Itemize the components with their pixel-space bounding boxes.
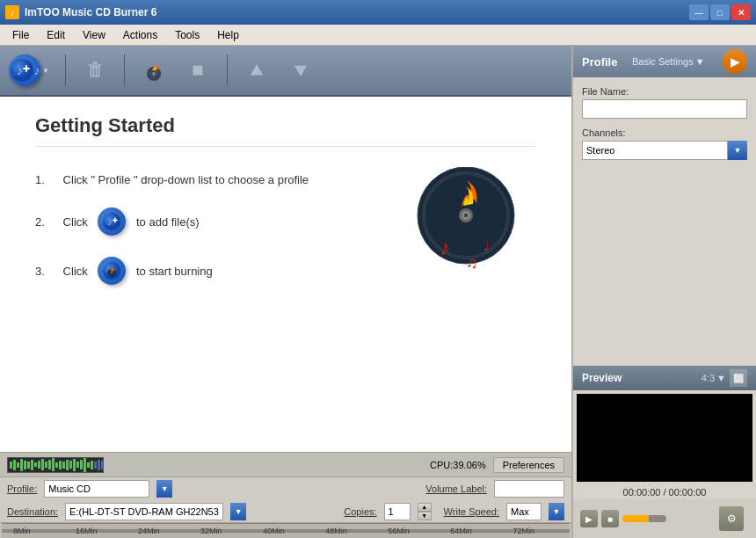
wave-bar-blue	[94, 462, 97, 469]
burn-button[interactable]	[135, 52, 172, 89]
toolbar-sep-1	[65, 55, 66, 86]
step-2-num: 2.	[35, 215, 53, 229]
getting-started-heading: Getting Started	[35, 114, 536, 147]
menu-view[interactable]: View	[74, 27, 114, 43]
maximize-button[interactable]: □	[710, 4, 730, 20]
toolbar: ♪ ▼	[0, 46, 571, 97]
app-title: ImTOO Music CD Burner 6	[25, 6, 156, 18]
timeline-8min: 8Min	[13, 527, 31, 535]
right-panel: Profile Basic Settings ▼ ▶ File Name: Ch…	[571, 46, 756, 538]
write-speed-dropdown-btn[interactable]: ▼	[549, 503, 564, 520]
destination-input[interactable]	[65, 503, 223, 520]
cd-image: ♪ ♫ ♩	[413, 167, 519, 273]
wave-bar-blue	[98, 460, 100, 470]
volume-label: Volume Label:	[425, 483, 487, 494]
timeline-48min: 48Min	[325, 527, 347, 535]
step-1-text: Click " Profile " drop-down list to choo…	[60, 173, 309, 186]
wave-bar	[38, 461, 40, 469]
filename-input[interactable]	[582, 99, 747, 119]
menu-actions[interactable]: Actions	[114, 27, 166, 43]
move-down-button[interactable]	[282, 52, 319, 89]
step-3-icon	[98, 257, 126, 285]
svg-text:♫: ♫	[466, 254, 478, 272]
wave-bar	[91, 461, 93, 469]
svg-marker-15	[294, 65, 308, 77]
channels-label: Channels:	[582, 127, 747, 138]
preview-title: Preview	[582, 372, 622, 384]
svg-text:♪: ♪	[108, 216, 113, 227]
title-bar: ♪ ImTOO Music CD Burner 6 — □ ✕	[0, 0, 756, 25]
wave-bar	[59, 461, 62, 469]
copies-spinner[interactable]: ▲ ▼	[418, 503, 432, 520]
move-up-button[interactable]	[238, 52, 275, 89]
minimize-button[interactable]: —	[689, 4, 709, 20]
bottom-row1: Profile: ▼ Volume Label:	[0, 477, 571, 500]
timeline-24min: 24Min	[138, 527, 160, 535]
app-icon: ♪	[5, 5, 19, 19]
timeline-16min: 16Min	[76, 527, 98, 535]
wave-bar	[52, 458, 55, 471]
channels-input[interactable]	[582, 141, 728, 160]
copies-input[interactable]	[384, 503, 411, 520]
menu-help[interactable]: Help	[208, 27, 248, 43]
wave-bar	[31, 460, 33, 470]
status-bar: CPU:39.06% Preferences	[0, 452, 571, 476]
write-speed-input[interactable]	[506, 503, 542, 520]
menu-file[interactable]: File	[4, 27, 38, 43]
wave-bar	[13, 460, 16, 470]
preview-ratio-arrow: ▼	[716, 373, 726, 383]
wave-bar	[20, 459, 23, 471]
basic-settings-dropdown[interactable]: Basic Settings ▼	[632, 56, 705, 67]
menu-tools[interactable]: Tools	[166, 27, 208, 43]
title-bar-left: ♪ ImTOO Music CD Burner 6	[5, 5, 156, 19]
toolbar-sep-2	[124, 55, 125, 86]
profile-input[interactable]	[44, 480, 149, 498]
stop-button[interactable]	[179, 52, 216, 89]
settings-icon-button[interactable]: ⚙	[719, 506, 744, 531]
wave-bar	[17, 462, 19, 468]
channels-dropdown-btn[interactable]: ▼	[728, 141, 747, 160]
copies-up[interactable]: ▲	[418, 503, 432, 512]
wave-bar	[27, 462, 30, 469]
delete-button[interactable]	[76, 52, 113, 89]
basic-settings-arrow: ▼	[695, 56, 705, 67]
next-button[interactable]: ▶	[723, 49, 747, 74]
timeline-40min: 40Min	[263, 527, 285, 535]
wave-bar	[62, 462, 65, 469]
svg-rect-5	[88, 64, 102, 66]
wave-bar	[45, 462, 47, 468]
profile-dropdown-btn[interactable]: ▼	[156, 480, 172, 498]
title-controls: — □ ✕	[689, 4, 751, 20]
timeline: 8Min 16Min 24Min 32Min 40Min 48Min 56Min…	[0, 522, 571, 538]
svg-text:♪: ♪	[440, 236, 450, 259]
destination-dropdown-btn[interactable]: ▼	[230, 503, 246, 520]
step-2-icon: ♪	[98, 207, 126, 236]
wave-bar	[87, 462, 90, 468]
play-button[interactable]: ▶	[580, 510, 598, 527]
preview-header: Preview 4:3 ▼ ⬜	[573, 366, 756, 390]
add-files-button[interactable]: ♪ ▼	[9, 52, 55, 89]
close-button[interactable]: ✕	[731, 4, 751, 20]
profile-settings: File Name: Channels: ▼	[573, 77, 756, 366]
preview-ratio: 4:3 ▼	[701, 373, 726, 383]
wave-bar	[76, 462, 79, 468]
bottom-controls: Profile: ▼ Volume Label: Destination: ▼ …	[0, 476, 571, 522]
preferences-button[interactable]: Preferences	[493, 457, 564, 473]
stop-preview-button[interactable]: ■	[601, 510, 619, 527]
profile-header: Profile Basic Settings ▼ ▶	[573, 46, 756, 77]
volume-slider[interactable]	[622, 515, 666, 522]
profile-title: Profile	[582, 55, 617, 69]
svg-point-28	[464, 214, 468, 217]
channels-dropdown: ▼	[582, 141, 747, 160]
wave-bar	[48, 460, 51, 469]
step-2-click: Click	[60, 215, 91, 229]
svg-rect-19	[113, 220, 118, 222]
wave-bar	[55, 462, 58, 468]
preview-controls: ▶ ■ ⚙	[573, 499, 756, 538]
menu-edit[interactable]: Edit	[38, 27, 74, 43]
copies-down[interactable]: ▼	[418, 512, 432, 520]
wave-bar	[84, 458, 86, 472]
preview-expand-button[interactable]: ⬜	[730, 369, 747, 387]
add-icon: ♪	[9, 55, 40, 86]
volume-input[interactable]	[494, 480, 564, 498]
